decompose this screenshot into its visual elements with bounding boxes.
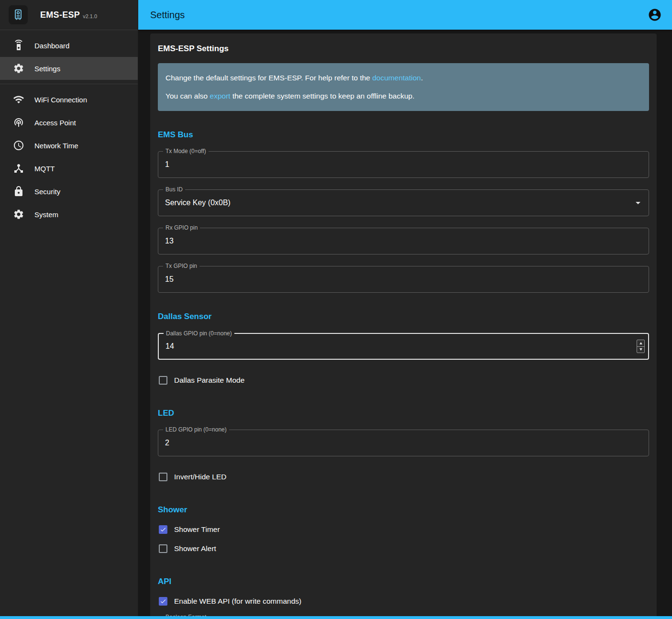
sidebar-item-system[interactable]: System xyxy=(0,203,138,226)
tx-gpio-field: Tx GPIO pin xyxy=(158,266,649,293)
settings-card: EMS-ESP Settings Change the default sett… xyxy=(150,33,657,619)
led-gpio-field: LED GPIO pin (0=none) xyxy=(158,430,649,456)
checkbox-label: Invert/Hide LED xyxy=(174,473,226,481)
sidebar-item-label: Network Time xyxy=(34,142,78,150)
info-line-1: Change the default settings for EMS-ESP.… xyxy=(165,72,641,84)
checkbox-label: Dallas Parasite Mode xyxy=(174,376,244,385)
enable-web-api-checkbox-row[interactable]: Enable WEB API (for write commands) xyxy=(158,592,649,610)
info-box: Change the default settings for EMS-ESP.… xyxy=(158,63,649,111)
spinner-down-icon[interactable] xyxy=(637,347,644,353)
dallas-parasite-checkbox[interactable] xyxy=(159,376,167,385)
field-label: Rx GPIO pin xyxy=(163,224,200,232)
sidebar: EMS-ESP v2.1.0 Dashboard Settings xyxy=(0,0,138,619)
section-heading-dallas-sensor: Dallas Sensor xyxy=(158,312,649,321)
sidebar-item-mqtt[interactable]: MQTT xyxy=(0,157,138,180)
export-link[interactable]: export xyxy=(210,92,231,100)
card-title: EMS-ESP Settings xyxy=(158,44,649,54)
info-text: Change the default settings for EMS-ESP.… xyxy=(165,74,372,82)
appbar: Settings xyxy=(138,0,672,30)
checkbox-label: Enable WEB API (for write commands) xyxy=(174,597,301,606)
sidebar-item-label: Access Point xyxy=(34,119,76,127)
sidebar-item-wifi-connection[interactable]: WiFi Connection xyxy=(0,88,138,111)
lock-icon xyxy=(13,186,24,197)
sidebar-item-access-point[interactable]: Access Point xyxy=(0,111,138,134)
bottom-accent-strip xyxy=(0,616,672,619)
check-icon xyxy=(160,598,166,605)
sidebar-item-label: Dashboard xyxy=(34,42,69,50)
app-logo-icon xyxy=(9,5,28,24)
sidebar-item-settings[interactable]: Settings xyxy=(0,57,138,80)
app-name: EMS-ESP xyxy=(40,10,80,20)
rx-gpio-field: Rx GPIO pin xyxy=(158,228,649,254)
shower-timer-checkbox[interactable] xyxy=(159,525,167,534)
documentation-link[interactable]: documentation xyxy=(372,74,421,82)
content-area: EMS-ESP Settings Change the default sett… xyxy=(138,30,672,619)
clock-icon xyxy=(13,140,24,151)
access-point-icon xyxy=(13,117,24,128)
info-text: You can also xyxy=(165,92,210,100)
info-line-2: You can also export the complete system … xyxy=(165,90,641,102)
invert-led-checkbox-row[interactable]: Invert/Hide LED xyxy=(158,468,649,486)
shower-alert-checkbox-row[interactable]: Shower Alert xyxy=(158,540,649,558)
bus-id-select[interactable]: Bus ID Service Key (0x0B) xyxy=(158,189,649,216)
ems-esp-app: EMS-ESP v2.1.0 Dashboard Settings xyxy=(0,0,672,619)
sidebar-header: EMS-ESP v2.1.0 xyxy=(0,0,138,30)
info-text: . xyxy=(421,74,423,82)
section-heading-ems-bus: EMS Bus xyxy=(158,130,649,140)
info-text: the complete system settings to keep an … xyxy=(231,92,415,100)
settings-gear-icon xyxy=(13,63,24,74)
main-column: Settings EMS-ESP Settings Change the def… xyxy=(138,0,672,619)
sidebar-item-security[interactable]: Security xyxy=(0,180,138,203)
dallas-gpio-field: Dallas GPIO pin (0=none) xyxy=(158,333,649,360)
page-title: Settings xyxy=(150,10,185,21)
tx-gpio-input[interactable] xyxy=(158,266,649,292)
checkbox-label: Shower Timer xyxy=(174,525,220,534)
dashboard-icon xyxy=(13,40,24,51)
field-label: LED GPIO pin (0=none) xyxy=(163,426,229,433)
wifi-icon xyxy=(13,94,24,105)
device-hub-icon xyxy=(13,163,24,174)
enable-web-api-checkbox[interactable] xyxy=(159,597,167,606)
tx-mode-input[interactable] xyxy=(158,152,649,177)
sidebar-item-label: WiFi Connection xyxy=(34,96,87,104)
section-heading-led: LED xyxy=(158,409,649,418)
system-gear-icon xyxy=(13,209,24,220)
check-icon xyxy=(160,526,166,533)
field-label: Tx Mode (0=off) xyxy=(163,148,209,155)
number-spinner[interactable] xyxy=(637,340,645,353)
section-heading-shower: Shower xyxy=(158,505,649,515)
sidebar-item-label: Settings xyxy=(34,65,60,73)
field-label: Dallas GPIO pin (0=none) xyxy=(164,330,234,337)
dallas-gpio-input[interactable] xyxy=(159,334,637,359)
app-version: v2.1.0 xyxy=(83,13,97,19)
sidebar-item-label: Security xyxy=(34,188,60,196)
shower-alert-checkbox[interactable] xyxy=(159,544,167,553)
checkbox-label: Shower Alert xyxy=(174,544,216,553)
invert-led-checkbox[interactable] xyxy=(159,473,167,481)
sidebar-item-dashboard[interactable]: Dashboard xyxy=(0,34,138,57)
sidebar-nav: Dashboard Settings WiFi Connection A xyxy=(0,30,138,226)
led-gpio-input[interactable] xyxy=(158,430,649,456)
sidebar-item-network-time[interactable]: Network Time xyxy=(0,134,138,157)
sidebar-item-label: System xyxy=(34,210,58,219)
section-heading-api: API xyxy=(158,577,649,586)
sidebar-divider xyxy=(0,84,138,84)
account-icon[interactable] xyxy=(647,7,662,22)
bus-id-value: Service Key (0x0B) xyxy=(165,199,231,207)
dallas-parasite-checkbox-row[interactable]: Dallas Parasite Mode xyxy=(158,371,649,389)
shower-timer-checkbox-row[interactable]: Shower Timer xyxy=(158,520,649,539)
sidebar-item-label: MQTT xyxy=(34,165,55,173)
field-label: Bus ID xyxy=(163,186,185,193)
rx-gpio-input[interactable] xyxy=(158,228,649,254)
dropdown-arrow-icon xyxy=(632,197,644,209)
tx-mode-field: Tx Mode (0=off) xyxy=(158,151,649,178)
spinner-up-icon[interactable] xyxy=(637,340,644,347)
field-label: Tx GPIO pin xyxy=(163,263,199,270)
